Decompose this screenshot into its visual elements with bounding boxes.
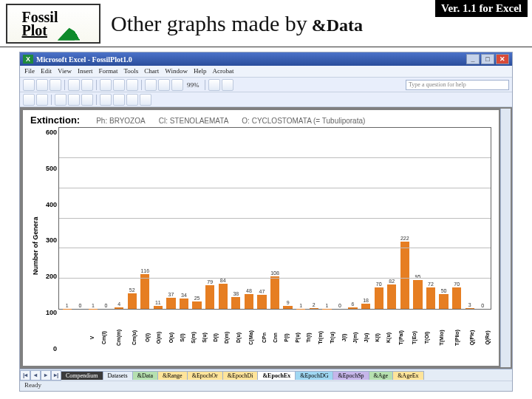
sheet-tab[interactable]: &Data: [132, 371, 158, 380]
close-button[interactable]: ✕: [496, 54, 509, 64]
bar: 18: [359, 128, 372, 309]
toolbar-button[interactable]: [81, 79, 93, 91]
bar: 95: [412, 128, 425, 309]
sheet-tab[interactable]: &AgeEx: [392, 371, 423, 380]
bar-value-label: 222: [398, 236, 412, 241]
minimize-button[interactable]: _: [466, 54, 480, 64]
toolbar-button[interactable]: [158, 79, 170, 91]
tab-nav-buttons[interactable]: |◂ ◂ ▸ ▸|: [20, 370, 61, 381]
bar-value-label: 1: [294, 303, 307, 308]
bar: 72: [424, 128, 437, 309]
sheet-tab[interactable]: &EpochDG: [295, 371, 333, 380]
menu-item[interactable]: Acrobat: [213, 67, 234, 75]
toolbar-button[interactable]: [36, 94, 48, 106]
window-title: Microsoft Excel - FossilPlot1.0: [36, 55, 132, 64]
bar: 1: [321, 128, 334, 309]
toolbar-button[interactable]: [126, 94, 138, 106]
sheet-tab[interactable]: Compendium: [61, 371, 103, 380]
menu-item[interactable]: Chart: [144, 67, 159, 75]
toolbar-button[interactable]: [126, 79, 138, 91]
help-search-input[interactable]: Type a question for help: [406, 80, 509, 90]
bar: 70: [372, 128, 386, 309]
menu-item[interactable]: Insert: [78, 67, 93, 75]
menu-item[interactable]: File: [24, 67, 35, 75]
y-tick: 500: [46, 165, 57, 172]
bar: 9: [282, 128, 295, 309]
toolbar-button[interactable]: [68, 79, 80, 91]
menu-item[interactable]: Tools: [123, 67, 138, 75]
plot-area: 1010452116113734257984384847108912106187…: [58, 127, 491, 310]
x-tick: Q(Re): [485, 330, 528, 344]
bar: 6: [347, 128, 360, 309]
toolbar-button[interactable]: [23, 79, 35, 91]
sheet-tab[interactable]: &Range: [157, 371, 188, 380]
toolbar-button[interactable]: [55, 94, 66, 106]
bar: 37: [165, 128, 178, 309]
menu-item[interactable]: Format: [98, 67, 117, 75]
tab-nav-prev-icon[interactable]: ◂: [30, 370, 41, 381]
sheet-tab-strip[interactable]: |◂ ◂ ▸ ▸| CompendiumDatasets&Data&Range&…: [20, 369, 512, 381]
bar-value-label: 47: [256, 289, 269, 294]
toolbar-button[interactable]: [113, 79, 125, 91]
sheet-tab[interactable]: &EpochOr: [187, 371, 223, 380]
menu-item[interactable]: Window: [165, 67, 188, 75]
toolbar-button[interactable]: [145, 79, 157, 91]
menu-item[interactable]: View: [58, 67, 72, 75]
toolbar-button[interactable]: [68, 94, 80, 106]
bar: 47: [256, 128, 269, 309]
bar-value-label: 4: [112, 301, 126, 307]
toolbar-button[interactable]: [100, 94, 112, 106]
menubar[interactable]: FileEditViewInsertFormatToolsChartWindow…: [20, 66, 512, 78]
chart-subtitle: Ph: BRYOZOA: [96, 117, 146, 125]
bar: 11: [151, 128, 165, 309]
bar: 82: [385, 128, 398, 309]
toolbar-button[interactable]: [100, 79, 112, 91]
tab-nav-next-icon[interactable]: ▸: [41, 370, 51, 381]
bar: 0: [333, 128, 347, 309]
toolbar-button[interactable]: [23, 94, 35, 106]
bar-value-label: 37: [165, 292, 178, 297]
toolbar-button[interactable]: [208, 79, 220, 91]
maximize-button[interactable]: □: [481, 54, 494, 64]
y-tick: 0: [53, 345, 57, 352]
vertical-scrollbar[interactable]: [500, 109, 511, 367]
toolbar-2[interactable]: [20, 92, 512, 107]
sheet-tab[interactable]: &EpochEx: [257, 371, 296, 380]
slide-title-prefix: Other graphs made by: [111, 11, 307, 36]
chart-object[interactable]: Extinction: Ph: BRYOZOA Cl: STENOLAEMATA…: [23, 110, 499, 366]
sheet-tab[interactable]: &Age: [369, 371, 394, 380]
bar: 2: [307, 128, 321, 309]
sheet-tab[interactable]: &EpochSp: [332, 371, 369, 380]
bar-value-label: 0: [100, 303, 113, 308]
zoom-label[interactable]: 99%: [187, 81, 200, 89]
bar-value-label: 11: [151, 300, 165, 305]
toolbar-button[interactable]: [140, 94, 151, 106]
toolbar-button[interactable]: [50, 79, 61, 91]
bar-value-label: 108: [268, 270, 282, 276]
bar: 50: [437, 128, 451, 309]
toolbar-button[interactable]: [113, 94, 125, 106]
bar-value-label: 0: [333, 303, 347, 308]
window-titlebar[interactable]: X Microsoft Excel - FossilPlot1.0 _ □ ✕: [20, 52, 512, 66]
toolbar-button[interactable]: [222, 79, 233, 91]
sheet-tab[interactable]: &EpochDi: [222, 371, 259, 380]
bar: 108: [268, 128, 282, 309]
toolbar-button[interactable]: [36, 79, 48, 91]
bar-value-label: 9: [282, 300, 295, 305]
menu-item[interactable]: Help: [194, 67, 207, 75]
toolbar-1[interactable]: 99% Type a question for help: [20, 78, 512, 92]
toolbar-button[interactable]: [171, 79, 183, 91]
tab-nav-first-icon[interactable]: |◂: [20, 370, 30, 381]
chart-title-label: Extinction:: [30, 115, 80, 126]
bar: 84: [216, 128, 230, 309]
bar-value-label: 48: [242, 288, 256, 293]
y-tick: 100: [46, 309, 57, 316]
sheet-tab[interactable]: Datasets: [103, 371, 133, 380]
bar: 3: [463, 128, 477, 309]
bar: 34: [177, 128, 191, 309]
menu-item[interactable]: Edit: [41, 67, 52, 75]
bar-value-label: 1: [321, 303, 334, 308]
toolbar-button[interactable]: [81, 94, 93, 106]
y-tick: 400: [46, 201, 57, 208]
tab-nav-last-icon[interactable]: ▸|: [51, 370, 61, 381]
